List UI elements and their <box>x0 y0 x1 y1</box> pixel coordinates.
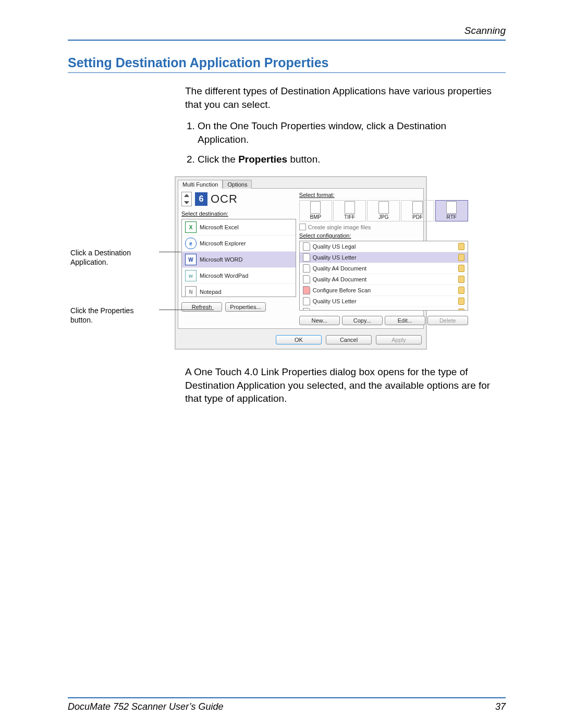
page-section-label: Scanning <box>68 25 506 36</box>
document-icon <box>303 253 310 262</box>
lock-icon <box>458 254 464 261</box>
step-1: On the One Touch Properties window, clic… <box>198 119 493 146</box>
format-tiff[interactable]: TIFF <box>333 200 366 221</box>
single-image-label: Create single image files <box>308 224 371 230</box>
format-bmp[interactable]: BMP <box>299 200 332 221</box>
destination-list[interactable]: X Microsoft Excel e Microsoft Explorer W… <box>181 219 296 297</box>
lock-icon <box>458 287 464 294</box>
notepad-icon: N <box>185 286 197 297</box>
destination-item-word[interactable]: W Microsoft WORD <box>182 252 296 268</box>
callout-line <box>159 252 181 252</box>
destination-item-wordpad[interactable]: w Microsoft WordPad <box>182 268 296 284</box>
destination-item-explorer[interactable]: e Microsoft Explorer <box>182 236 296 252</box>
config-item[interactable]: Quality A4 Document <box>300 263 468 274</box>
config-item[interactable]: Quality US Legal <box>300 307 468 311</box>
format-jpg[interactable]: JPG <box>367 200 400 221</box>
format-rtf[interactable]: RTF <box>435 200 468 221</box>
format-row: BMP TIFF JPG PDF RTF <box>299 200 468 221</box>
document-icon <box>303 242 310 251</box>
config-item[interactable]: Quality US Letter <box>300 252 468 263</box>
lock-icon <box>458 309 464 311</box>
configure-icon <box>303 286 310 294</box>
footer-title: DocuMate 752 Scanner User’s Guide <box>68 701 224 712</box>
format-pdf[interactable]: PDF <box>401 200 434 221</box>
excel-icon: X <box>185 221 197 233</box>
callout-line <box>159 310 214 310</box>
scan-index-spinner[interactable] <box>181 192 192 206</box>
copy-button[interactable]: Copy... <box>342 316 383 325</box>
lock-icon <box>458 298 464 305</box>
tab-options[interactable]: Options <box>223 180 252 189</box>
config-item[interactable]: Configure Before Scan <box>300 285 468 296</box>
config-item[interactable]: Quality A4 Document <box>300 274 468 285</box>
refresh-button[interactable]: Refresh <box>181 302 222 312</box>
lock-icon <box>458 243 464 250</box>
pdf-icon <box>401 202 433 213</box>
jpg-icon <box>368 202 399 213</box>
select-format-label: Select format: <box>299 192 468 198</box>
config-list[interactable]: Quality US Legal Quality US Letter Quali… <box>299 241 468 311</box>
tiff-icon <box>334 202 365 213</box>
intro-paragraph: The different types of Destination Appli… <box>185 84 493 111</box>
onetouch-dialog: Multi Function Options 6 OCR Select dest… <box>175 176 427 350</box>
callout-destination: Click a Destination Application. <box>70 248 156 267</box>
apply-button[interactable]: Apply <box>376 335 422 344</box>
delete-button[interactable]: Delete <box>427 316 468 325</box>
bmp-icon <box>300 202 332 213</box>
new-button[interactable]: New... <box>299 316 340 325</box>
document-icon <box>303 275 310 283</box>
lock-icon <box>458 265 464 272</box>
callout-properties: Click the Properties button. <box>70 306 156 325</box>
edit-button[interactable]: Edit... <box>385 316 425 325</box>
step-2: Click the Properties button. <box>198 153 493 166</box>
cancel-button[interactable]: Cancel <box>326 335 372 344</box>
after-paragraph: A One Touch 4.0 Link Properties dialog b… <box>185 365 493 405</box>
ocr-label: OCR <box>211 192 238 206</box>
document-icon <box>303 297 310 305</box>
destination-item-notepad[interactable]: N Notepad <box>182 284 296 297</box>
config-item[interactable]: Quality US Letter <box>300 296 468 307</box>
wordpad-icon: w <box>185 270 197 281</box>
ok-button[interactable]: OK <box>276 335 322 344</box>
rtf-icon <box>436 202 468 213</box>
tab-multi-function[interactable]: Multi Function <box>178 180 223 189</box>
explorer-icon: e <box>185 238 197 249</box>
lock-icon <box>458 276 464 283</box>
figure: Click a Destination Application. Click t… <box>70 176 467 350</box>
word-icon: W <box>185 254 197 265</box>
properties-button[interactable]: Properties... <box>225 302 266 312</box>
scan-index-number: 6 <box>195 192 207 206</box>
document-icon <box>303 308 310 311</box>
page-number: 37 <box>495 701 506 712</box>
single-image-checkbox[interactable] <box>299 224 306 230</box>
select-config-label: Select configuration: <box>299 232 468 239</box>
header-rule <box>68 40 506 41</box>
document-icon <box>303 264 310 273</box>
footer-rule <box>68 697 506 698</box>
section-heading: Setting Destination Application Properti… <box>68 55 506 73</box>
select-destination-label: Select destination: <box>181 211 296 217</box>
config-item[interactable]: Quality US Legal <box>300 241 468 252</box>
destination-item-excel[interactable]: X Microsoft Excel <box>182 219 296 236</box>
